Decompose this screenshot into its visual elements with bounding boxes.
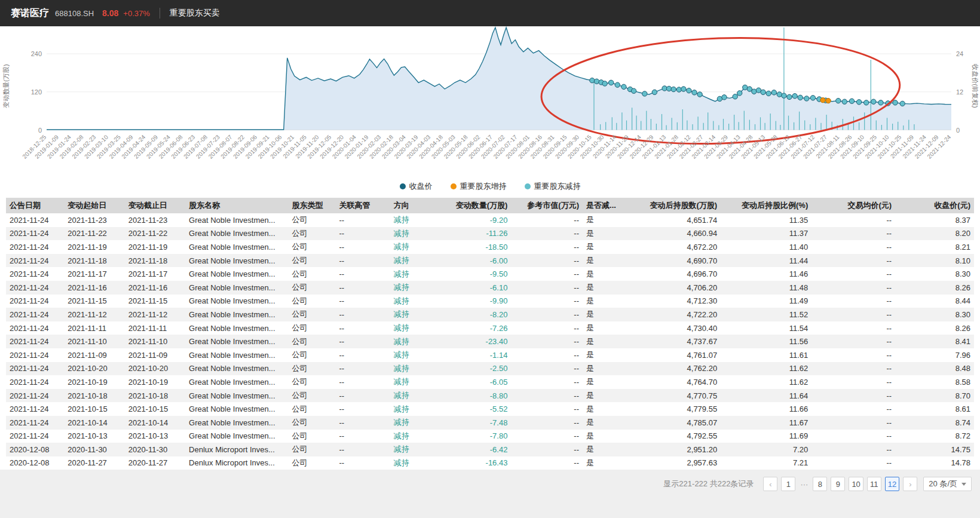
table-row[interactable]: 2021-11-242021-11-152021-11-15Great Nobl…: [6, 295, 974, 308]
table-row[interactable]: 2021-11-242021-11-102021-11-10Great Nobl…: [6, 335, 974, 348]
holder-sell-point[interactable]: [842, 99, 847, 104]
table-cell: --: [511, 295, 583, 308]
table-row[interactable]: 2021-11-242021-11-222021-11-22Great Nobl…: [6, 227, 974, 241]
column-header[interactable]: 交易均价(元): [811, 198, 895, 213]
table-cell: 减持: [390, 402, 443, 416]
table-cell: -6.00: [443, 254, 512, 268]
holder-sell-point[interactable]: [771, 90, 776, 95]
table-row[interactable]: 2021-11-242021-10-132021-10-13Great Nobl…: [6, 430, 974, 443]
table-cell: 8.72: [895, 430, 974, 443]
holder-sell-point[interactable]: [602, 81, 607, 86]
table-row[interactable]: 2021-11-242021-11-172021-11-17Great Nobl…: [6, 267, 974, 281]
holder-sell-point[interactable]: [671, 87, 676, 91]
legend-item[interactable]: 重要股东减持: [525, 181, 581, 192]
holder-sell-point[interactable]: [687, 88, 691, 93]
holder-sell-point[interactable]: [849, 99, 854, 103]
page-size-select[interactable]: 20 条/页: [923, 477, 972, 491]
table-cell: 2021-11-09: [64, 348, 124, 362]
holder-sell-point[interactable]: [836, 98, 841, 103]
holder-buy-point[interactable]: [820, 97, 825, 102]
column-header[interactable]: 变动数量(万股): [443, 198, 512, 213]
holder-sell-point[interactable]: [766, 91, 771, 96]
page-button-9[interactable]: 9: [831, 477, 845, 491]
table-cell: 7.21: [721, 456, 811, 470]
holder-sell-point[interactable]: [871, 99, 876, 104]
column-header[interactable]: 变动起始日: [64, 198, 124, 213]
holder-buy-point[interactable]: [826, 98, 831, 103]
column-header[interactable]: 关联高管: [335, 198, 390, 213]
column-header[interactable]: 股东类型: [288, 198, 335, 213]
holder-sell-point[interactable]: [856, 100, 861, 105]
holder-sell-point[interactable]: [676, 87, 681, 92]
holder-sell-point[interactable]: [692, 90, 697, 95]
page-button-8[interactable]: 8: [813, 477, 827, 491]
holder-sell-point[interactable]: [615, 82, 620, 87]
holder-sell-point[interactable]: [777, 92, 782, 97]
holder-sell-point[interactable]: [609, 80, 614, 85]
holder-sell-point[interactable]: [621, 84, 626, 89]
holder-sell-point[interactable]: [782, 93, 786, 98]
table-row[interactable]: 2021-11-242021-11-182021-11-18Great Nobl…: [6, 254, 974, 268]
table-row[interactable]: 2020-12-082020-11-272020-11-27Denlux Mic…: [6, 456, 974, 470]
holder-sell-point[interactable]: [752, 89, 757, 94]
holder-sell-point[interactable]: [681, 87, 686, 91]
holder-sell-point[interactable]: [787, 94, 792, 99]
holder-sell-point[interactable]: [810, 96, 815, 100]
column-header[interactable]: 变动后持股数(万股): [631, 198, 721, 213]
table-row[interactable]: 2021-11-242021-10-142021-10-14Great Nobl…: [6, 416, 974, 430]
page-button-11[interactable]: 11: [867, 477, 881, 491]
holder-sell-point[interactable]: [594, 79, 599, 84]
column-header[interactable]: 变动截止日: [125, 198, 185, 213]
table-row[interactable]: 2021-11-242021-10-182021-10-18Great Nobl…: [6, 389, 974, 403]
table-row[interactable]: 2021-11-242021-10-152021-10-15Great Nobl…: [6, 402, 974, 416]
chart-canvas[interactable]: 012024001224变动数量(万股)收盘价(前复权)2018-12-2520…: [0, 26, 980, 179]
table-cell: 2021-10-14: [64, 416, 124, 430]
table-row[interactable]: 2021-11-242021-10-192021-10-19Great Nobl…: [6, 375, 974, 389]
tab-important-holder-trading[interactable]: 重要股东买卖: [170, 8, 220, 19]
page-button-10[interactable]: 10: [849, 477, 863, 491]
holder-sell-point[interactable]: [798, 95, 803, 100]
table-row[interactable]: 2021-11-242021-11-192021-11-19Great Nobl…: [6, 240, 974, 254]
table-cell: 2021-11-24: [6, 321, 64, 335]
holder-sell-point[interactable]: [804, 96, 809, 101]
column-header[interactable]: 公告日期: [6, 198, 64, 213]
table-row[interactable]: 2021-11-242021-11-112021-11-11Great Nobl…: [6, 321, 974, 335]
table-row[interactable]: 2021-11-242021-10-202021-10-20Great Nobl…: [6, 362, 974, 376]
stock-change-percent: +0.37%: [123, 9, 149, 18]
holder-sell-point[interactable]: [900, 101, 905, 106]
column-header[interactable]: 变动后持股比例(%): [721, 198, 811, 213]
holder-sell-point[interactable]: [590, 78, 595, 82]
holder-sell-point[interactable]: [697, 92, 702, 97]
holder-sell-point[interactable]: [792, 94, 797, 99]
table-row[interactable]: 2021-11-242021-11-232021-11-23Great Nobl…: [6, 213, 974, 227]
table-cell: 2021-11-23: [64, 213, 124, 227]
page-button-1[interactable]: 1: [781, 477, 795, 491]
column-header[interactable]: 参考市值(万元): [511, 198, 583, 213]
pagination-prev-button[interactable]: ‹: [763, 477, 777, 491]
holder-sell-point[interactable]: [893, 100, 898, 105]
page-button-12[interactable]: 12: [885, 477, 899, 491]
holder-sell-point[interactable]: [878, 100, 883, 105]
holder-sell-point[interactable]: [652, 90, 657, 94]
pagination-next-button[interactable]: ›: [903, 477, 917, 491]
table-cell: 8.48: [895, 362, 974, 376]
table-row[interactable]: 2021-11-242021-11-122021-11-12Great Nobl…: [6, 308, 974, 321]
table-row[interactable]: 2021-11-242021-11-162021-11-16Great Nobl…: [6, 281, 974, 295]
legend-item[interactable]: 收盘价: [400, 181, 433, 192]
holder-sell-point[interactable]: [733, 94, 737, 99]
table-row[interactable]: 2021-11-242021-11-092021-11-09Great Nobl…: [6, 348, 974, 362]
column-header[interactable]: 方向: [390, 198, 443, 213]
column-header[interactable]: 收盘价(元): [895, 198, 974, 213]
holder-sell-point[interactable]: [864, 100, 869, 105]
holder-sell-point[interactable]: [747, 87, 752, 91]
holder-sell-point[interactable]: [761, 90, 765, 94]
legend-item[interactable]: 重要股东增持: [451, 181, 507, 192]
holder-sell-point[interactable]: [631, 88, 636, 93]
holder-sell-point[interactable]: [642, 91, 647, 96]
holder-sell-point[interactable]: [666, 86, 671, 91]
column-header[interactable]: 是否减...: [583, 198, 631, 213]
table-row[interactable]: 2020-12-082020-11-302020-11-30Denlux Mic…: [6, 443, 974, 456]
holder-sell-point[interactable]: [737, 91, 742, 96]
column-header[interactable]: 股东名称: [185, 198, 288, 213]
holder-sell-point[interactable]: [722, 95, 727, 100]
